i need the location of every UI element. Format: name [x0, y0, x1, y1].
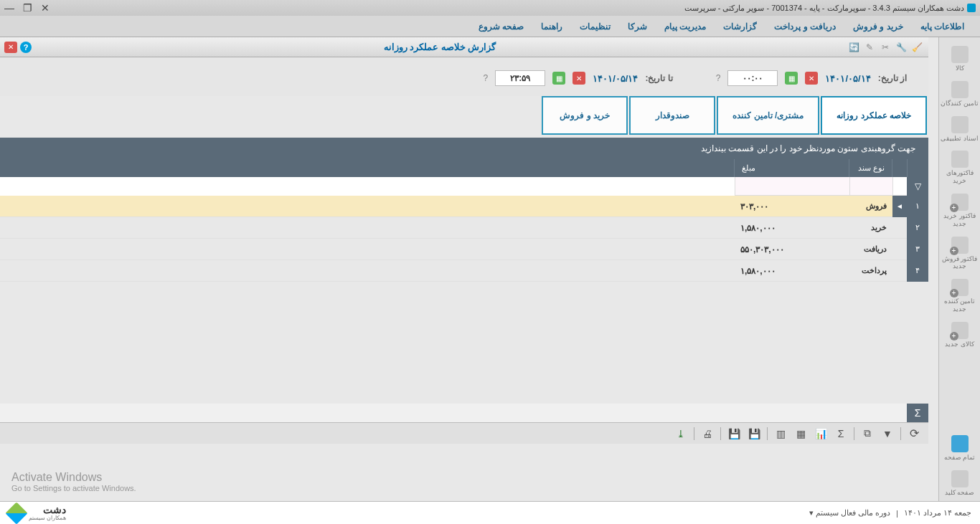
- from-time-input[interactable]: [727, 70, 778, 86]
- to-calendar-button[interactable]: ▦: [552, 72, 565, 85]
- title-text: دشت همکاران سیستم 3.4.3 - سوپرمارکت - پا…: [684, 4, 964, 13]
- sidebar-item-fullscreen[interactable]: تمام صفحه: [939, 431, 980, 466]
- sidebar-item-new-good[interactable]: کالای جدید: [939, 318, 980, 353]
- menu-help[interactable]: راهنما: [532, 16, 571, 37]
- sale-plus-icon: [951, 237, 969, 254]
- menu-start-page[interactable]: صفحه شروع: [470, 16, 532, 37]
- sidebar-label: فاکتور فروش جدید: [941, 255, 979, 271]
- sidebar-item-new-supplier[interactable]: تامین کننده جدید: [939, 275, 980, 318]
- table-header-row: نوع سند مبلغ: [0, 159, 928, 177]
- row-amount: ۱,۵۸۰,۰۰۰: [735, 266, 849, 276]
- help-button[interactable]: ?: [20, 42, 32, 53]
- reload-icon[interactable]: ⟳: [907, 427, 921, 441]
- row-type: دریافت: [849, 244, 892, 254]
- row-amount: ۵۵۰,۳۰۳,۰۰۰: [735, 244, 849, 254]
- sidebar-label: تمام صفحه: [944, 454, 976, 462]
- row-pointer-icon: [892, 217, 907, 239]
- status-date: جمعه ۱۴ مرداد ۱۴۰۱: [904, 508, 971, 518]
- sidebar-label: تامین کنندگان: [941, 100, 979, 108]
- tab-cashier[interactable]: صندوقدار: [629, 96, 715, 135]
- fiscal-period-dropdown[interactable]: دوره مالی فعال سیستم ▾: [809, 508, 890, 518]
- header-doc-type[interactable]: نوع سند: [849, 159, 892, 177]
- sidebar-label: کالا: [956, 65, 964, 72]
- filter-icon[interactable]: ▽: [907, 177, 928, 196]
- main-menu: اطلاعات پایه خرید و فروش دریافت و پرداخت…: [0, 16, 980, 37]
- header-amount[interactable]: مبلغ: [734, 159, 849, 177]
- row-type: خرید: [849, 223, 892, 232]
- columns-icon[interactable]: ▥: [773, 427, 788, 441]
- export-excel-icon[interactable]: ⤓: [674, 427, 688, 441]
- table-filter-row: ▽: [0, 177, 928, 196]
- sigma-toolbar-icon[interactable]: Σ: [834, 427, 848, 441]
- edit-icon[interactable]: ✎: [864, 42, 875, 53]
- menu-partners[interactable]: شرکا: [619, 16, 656, 37]
- chart-icon[interactable]: 📊: [814, 427, 828, 441]
- menu-receive-pay[interactable]: دریافت و پرداخت: [765, 16, 844, 37]
- sidebar-item-purchase-invoices[interactable]: فاکتورهای خرید: [939, 146, 980, 189]
- sidebar-item-keyboard[interactable]: صفحه کلید: [939, 466, 980, 501]
- row-amount: ۱,۵۸۰,۰۰۰: [735, 223, 849, 233]
- sidebar-item-goods[interactable]: کالا: [939, 42, 980, 77]
- scissors-icon[interactable]: ✂: [880, 42, 891, 53]
- report-tab-header: 🧹 🔧 ✂ ✎ 🔄 گزارش خلاصه عملکرد روزانه ? ✕: [0, 37, 928, 57]
- person-plus-icon: [951, 279, 969, 296]
- maximize-icon[interactable]: ❐: [23, 3, 32, 13]
- refresh-icon[interactable]: 🔄: [848, 42, 859, 53]
- scroll-column: [928, 37, 938, 501]
- sidebar-item-docs[interactable]: اسناد تطبیقی: [939, 112, 980, 147]
- content-area: 🧹 🔧 ✂ ✎ 🔄 گزارش خلاصه عملکرد روزانه ? ✕ …: [0, 37, 928, 501]
- from-date-group: از تاریخ: ۱۴۰۱/۰۵/۱۴ ✕ ▦ ?: [716, 70, 907, 86]
- to-date-group: تا تاریخ: ۱۴۰۱/۰۵/۱۴ ✕ ▦ ?: [483, 70, 672, 86]
- filter-add-icon[interactable]: 🧹: [911, 42, 923, 53]
- menu-settings[interactable]: تنظیمات: [571, 16, 619, 37]
- save-icon[interactable]: 💾: [747, 427, 761, 441]
- save-as-icon[interactable]: 💾: [727, 427, 741, 441]
- sigma-icon[interactable]: Σ: [907, 404, 928, 422]
- tab-buy-sell[interactable]: خرید و فروش: [542, 96, 628, 135]
- keyboard-icon: [951, 470, 969, 487]
- menu-basic-info[interactable]: اطلاعات پایه: [912, 16, 973, 37]
- menu-messages[interactable]: مدیریت پیام: [656, 16, 715, 37]
- table-row[interactable]: ۴ پرداخت ۱,۵۸۰,۰۰۰: [0, 260, 928, 282]
- filter-amount-cell[interactable]: [735, 177, 849, 196]
- table-row[interactable]: ۲ خرید ۱,۵۸۰,۰۰۰: [0, 217, 928, 239]
- tab-customer-supplier[interactable]: مشتری/ تامین کننده: [717, 96, 819, 135]
- close-icon[interactable]: ✕: [41, 3, 50, 13]
- tab-daily-summary[interactable]: خلاصه عملکرد روزانه: [821, 96, 927, 135]
- from-date-value[interactable]: ۱۴۰۱/۰۵/۱۴: [825, 73, 870, 84]
- sidebar-label: کالای جدید: [945, 340, 974, 348]
- row-pointer-icon: [892, 239, 907, 260]
- wrench-icon[interactable]: 🔧: [895, 42, 907, 53]
- menu-reports[interactable]: گزارشات: [715, 16, 765, 37]
- filter-type-cell[interactable]: [849, 177, 892, 196]
- doc-icon: [951, 116, 969, 133]
- copy-icon[interactable]: ⧉: [860, 427, 875, 441]
- logo-main-text: دشت: [29, 505, 66, 515]
- grouping-drop-bar[interactable]: جهت گروهبندی ستون موردنظر خود را در این …: [0, 138, 928, 159]
- status-right: جمعه ۱۴ مرداد ۱۴۰۱ | دوره مالی فعال سیست…: [809, 508, 971, 518]
- good-plus-icon: [951, 322, 969, 339]
- to-help-icon[interactable]: ?: [483, 73, 488, 83]
- logo-icon: [5, 502, 27, 524]
- report-title: گزارش خلاصه عملکرد روزانه: [32, 42, 848, 52]
- to-time-input[interactable]: [495, 70, 545, 86]
- header-rownum: [907, 159, 928, 177]
- close-tab-button[interactable]: ✕: [4, 42, 17, 53]
- from-calendar-button[interactable]: ▦: [785, 72, 798, 85]
- date-filter-row: از تاریخ: ۱۴۰۱/۰۵/۱۴ ✕ ▦ ? تا تاریخ: ۱۴۰…: [0, 57, 928, 96]
- clear-to-date-button[interactable]: ✕: [573, 72, 585, 85]
- grid-icon[interactable]: ▦: [793, 427, 808, 441]
- menu-buy-sell[interactable]: خرید و فروش: [844, 16, 912, 37]
- sidebar-item-new-sale[interactable]: فاکتور فروش جدید: [939, 232, 980, 275]
- table-row[interactable]: ۳ دریافت ۵۵۰,۳۰۳,۰۰۰: [0, 239, 928, 260]
- fullscreen-icon: [951, 435, 969, 452]
- sidebar-item-suppliers[interactable]: تامین کنندگان: [939, 77, 980, 112]
- clear-from-date-button[interactable]: ✕: [805, 72, 818, 85]
- minimize-icon[interactable]: —: [4, 3, 14, 13]
- from-help-icon[interactable]: ?: [716, 73, 721, 83]
- filter-toolbar-icon[interactable]: ▼: [880, 427, 895, 441]
- to-date-value[interactable]: ۱۴۰۱/۰۵/۱۴: [593, 73, 638, 84]
- print-icon[interactable]: 🖨: [700, 427, 715, 441]
- sidebar-item-new-purchase[interactable]: فاکتور خرید جدید: [939, 189, 980, 232]
- table-row[interactable]: ۱ ◄ فروش ۳۰۳,۰۰۰: [0, 196, 928, 217]
